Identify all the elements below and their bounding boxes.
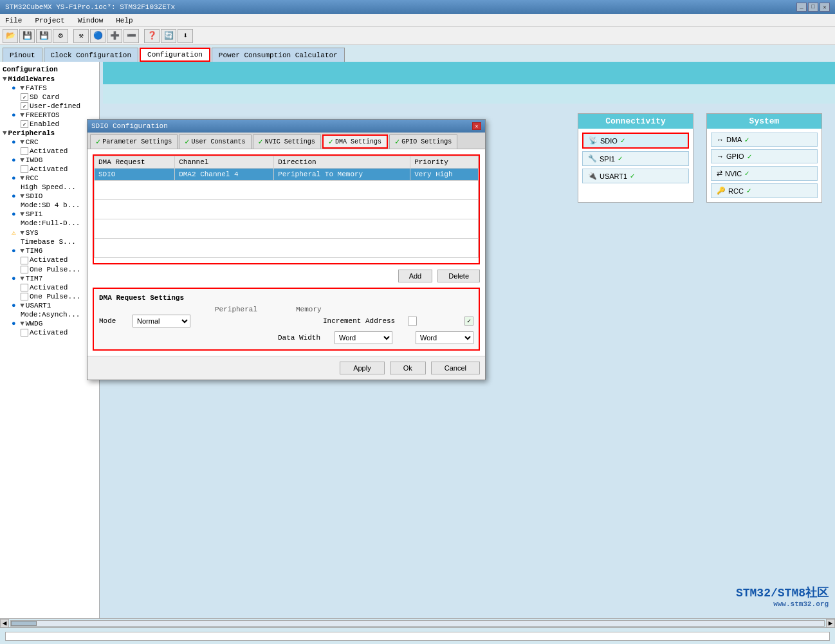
sys-dma-button[interactable]: ↔ DMA ✓ (711, 133, 818, 147)
sidebar-item-tim7[interactable]: ● ▼TIM7 (3, 274, 96, 283)
toolbar-settings[interactable]: ⚙ (53, 29, 68, 43)
sidebar-wwdg-activated[interactable]: Activated (3, 328, 96, 337)
sidebar-tim6-activated[interactable]: Activated (3, 255, 96, 264)
sys-nvic-button[interactable]: ⇄ NVIC ✓ (711, 166, 818, 181)
dialog-tab-nvic[interactable]: ✓ NVIC Settings (253, 134, 321, 149)
tab-clock[interactable]: Clock Configuration (44, 48, 138, 62)
sidebar-item-fatfs[interactable]: ● ▼FATFS (3, 84, 96, 93)
toolbar-save2[interactable]: 💾 (36, 29, 51, 43)
dma-table-row[interactable]: SDIO DMA2 Channel 4 Peripheral To Memory… (95, 169, 479, 181)
sidebar-crc-activated[interactable]: Activated (3, 147, 96, 156)
peripheral-width-select[interactable]: Byte Half Word Word (335, 331, 392, 344)
dma-request-settings: DMA Request Settings Peripheral Memory M… (93, 288, 480, 351)
sidebar-middlewares: ▼MiddleWares (3, 75, 96, 84)
user-check-icon: ✓ (185, 137, 189, 147)
col-direction: Direction (274, 156, 410, 169)
sidebar-rcc-highspeed: High Speed... (3, 183, 96, 192)
sidebar-tim7-activated[interactable]: Activated (3, 283, 96, 292)
dialog-tab-parameter[interactable]: ✓ Parameter Settings (90, 134, 178, 149)
memory-width-select[interactable]: Byte Half Word Word (416, 331, 473, 344)
sidebar-item-sdio[interactable]: ● ▼SDIO (3, 192, 96, 201)
sidebar-tim7-onepulse[interactable]: One Pulse... (3, 292, 96, 301)
status-bar (0, 627, 835, 644)
system-body: ↔ DMA ✓ → GPIO ✓ ⇄ NVIC ✓ (707, 129, 821, 202)
empty-row-3 (95, 219, 479, 239)
delete-dma-button[interactable]: Delete (437, 270, 480, 282)
toolbar-circle[interactable]: 🔵 (90, 29, 106, 43)
status-scroll[interactable] (5, 632, 830, 641)
sidebar-fatfs-sdcard[interactable]: ✓SD Card (3, 93, 96, 102)
blue-bar (103, 62, 835, 84)
dialog-tab-dma[interactable]: ✓ DMA Settings (322, 134, 388, 149)
toolbar-add[interactable]: ➕ (107, 29, 122, 43)
sdio-check-icon: ✓ (620, 137, 625, 144)
dma-table-wrapper: DMA Request Channel Direction Priority S… (93, 154, 480, 264)
nvic-icon: ⇄ (717, 169, 722, 178)
tab-pinout[interactable]: Pinout (3, 48, 42, 62)
connectivity-panel: Connectivity 📡 SDIO ✓ 🔧 SPI1 ✓ 🔌 USAR (578, 113, 693, 203)
sidebar: Configuration ▼MiddleWares ● ▼FATFS ✓SD … (0, 62, 100, 627)
title-bar: STM32CubeMX YS-F1Pro.ioc*: STM32F103ZETx… (0, 0, 835, 14)
dialog-body: DMA Request Channel Direction Priority S… (87, 149, 485, 356)
sidebar-item-crc[interactable]: ● ▼CRC (3, 138, 96, 147)
scroll-track[interactable] (10, 620, 825, 627)
sidebar-iwdg-activated[interactable]: Activated (3, 165, 96, 174)
menu-project[interactable]: Project (32, 15, 67, 26)
minimize-button[interactable]: _ (796, 3, 807, 12)
maximize-button[interactable]: □ (808, 3, 818, 12)
toolbar-hammer[interactable]: ⚒ (73, 29, 89, 43)
toolbar-remove[interactable]: ➖ (124, 29, 139, 43)
apply-button[interactable]: Apply (340, 362, 385, 374)
close-button[interactable]: ✕ (820, 3, 830, 12)
sidebar-item-spi1[interactable]: ● ▼SPI1 (3, 210, 96, 219)
sidebar-item-sys[interactable]: ⚠ ▼SYS (3, 228, 96, 237)
tab-configuration[interactable]: Configuration (140, 48, 210, 62)
conn-spi1-button[interactable]: 🔧 SPI1 ✓ (582, 151, 689, 166)
toolbar-open[interactable]: 📂 (3, 29, 18, 43)
dialog-tab-userconstants[interactable]: ✓ User Constants (179, 134, 251, 149)
scroll-right-button[interactable]: ▶ (826, 619, 835, 628)
sys-rcc-button[interactable]: 🔑 RCC ✓ (711, 183, 818, 198)
cancel-button[interactable]: Cancel (431, 362, 480, 374)
sidebar-item-wwdg[interactable]: ● ▼WWDG (3, 319, 96, 328)
window-title: STM32CubeMX YS-F1Pro.ioc*: STM32F103ZETx (5, 3, 796, 11)
scroll-thumb[interactable] (11, 621, 37, 626)
add-dma-button[interactable]: Add (398, 270, 433, 282)
menu-file[interactable]: File (3, 15, 24, 26)
conn-sdio-button[interactable]: 📡 SDIO ✓ (582, 133, 689, 149)
menu-window[interactable]: Window (75, 15, 106, 26)
menu-help[interactable]: Help (113, 15, 135, 26)
toolbar-download[interactable]: ⬇ (178, 29, 193, 43)
toolbar-help[interactable]: ❓ (144, 29, 160, 43)
toolbar-save[interactable]: 💾 (19, 29, 35, 43)
sidebar-item-tim6[interactable]: ● ▼TIM6 (3, 246, 96, 255)
sidebar-freertos-enabled[interactable]: ✓Enabled (3, 120, 96, 129)
conn-usart1-button[interactable]: 🔌 USART1 ✓ (582, 169, 689, 183)
sys-gpio-button[interactable]: → GPIO ✓ (711, 149, 818, 163)
memory-inc-checkbox[interactable]: ✓ (464, 317, 473, 326)
sidebar-tim6-onepulse[interactable]: One Pulse... (3, 265, 96, 274)
system-panel: System ↔ DMA ✓ → GPIO ✓ ⇄ NVIC (706, 113, 822, 203)
sidebar-item-usart1[interactable]: ● ▼USART1 (3, 301, 96, 310)
dialog-close-button[interactable]: ✕ (472, 122, 481, 130)
spi1-icon: 🔧 (588, 154, 597, 163)
ok-button[interactable]: Ok (390, 362, 426, 374)
mode-select[interactable]: Normal Circular (133, 315, 190, 327)
sidebar-item-iwdg[interactable]: ● ▼IWDG (3, 156, 96, 165)
usart1-icon: 🔌 (588, 172, 597, 180)
white-bar (103, 84, 835, 104)
tab-power[interactable]: Power Consumption Calculator (212, 48, 345, 62)
sidebar-item-rcc[interactable]: ● ▼RCC (3, 174, 96, 183)
dialog-tab-gpio[interactable]: ✓ GPIO Settings (389, 134, 457, 149)
data-width-row: Data Width Byte Half Word Word Byte Half… (99, 331, 473, 344)
empty-row (95, 181, 479, 200)
peripheral-inc-checkbox[interactable] (408, 317, 417, 326)
cell-priority: Very High (410, 169, 479, 181)
sidebar-fatfs-userdefined[interactable]: ✓User-defined (3, 102, 96, 111)
scroll-left-button[interactable]: ◀ (0, 619, 9, 628)
toolbar-refresh[interactable]: 🔄 (161, 29, 176, 43)
dma-table: DMA Request Channel Direction Priority S… (94, 156, 479, 258)
sidebar-item-freertos[interactable]: ● ▼FREERTOS (3, 111, 96, 120)
cell-dma-request: SDIO (95, 169, 175, 181)
dma-action-buttons: Add Delete (93, 270, 480, 282)
